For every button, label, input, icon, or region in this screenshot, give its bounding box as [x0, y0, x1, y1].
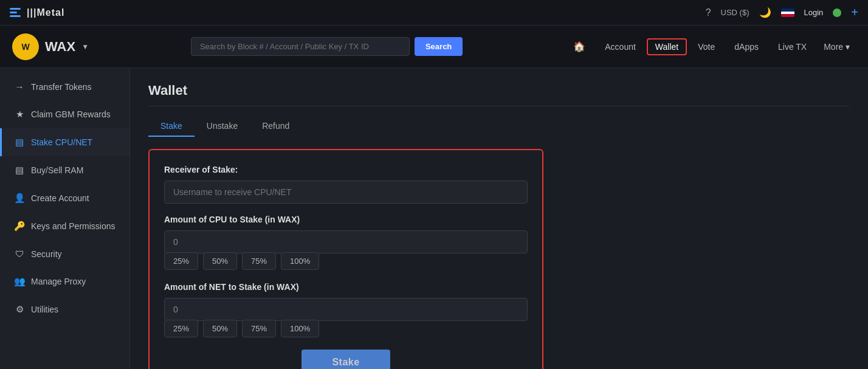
nav-links: 🏠 Account Wallet Vote dApps Live TX More… [565, 37, 856, 56]
cpu-amount-input[interactable]: 0 [164, 230, 528, 253]
sidebar-item-label: Buy/Sell RAM [31, 165, 83, 175]
transfer-icon: → [14, 81, 25, 92]
logo-bar-2 [10, 12, 17, 13]
logo-bars-icon [10, 8, 21, 17]
claim-icon: ★ [14, 109, 25, 120]
sidebar-item-transfer[interactable]: → Transfer Tokens [0, 73, 129, 100]
token-name: WAX [45, 39, 75, 55]
sidebar-item-security[interactable]: 🛡 Security [0, 240, 129, 267]
stake-submit-button[interactable]: Stake [301, 350, 390, 369]
logo-bar-3 [10, 15, 21, 17]
net-25pct-button[interactable]: 25% [164, 320, 198, 337]
currency-selector[interactable]: USD ($) [721, 8, 749, 17]
cpu-75pct-button[interactable]: 75% [242, 252, 276, 270]
ram-icon: ▤ [14, 165, 25, 176]
top-bar: |||Metal ? USD ($) 🌙 Login + [0, 0, 868, 26]
receiver-label: Receiver of Stake: [164, 165, 528, 174]
content-area: Wallet Stake Unstake Refund Receiver of … [130, 68, 868, 369]
sidebar-item-label: Security [31, 249, 62, 259]
tab-unstake[interactable]: Unstake [195, 116, 250, 137]
net-100pct-button[interactable]: 100% [281, 320, 319, 337]
tab-stake[interactable]: Stake [148, 116, 195, 137]
sidebar-item-create-account[interactable]: 👤 Create Account [0, 184, 129, 212]
utilities-icon: ⚙ [14, 304, 25, 315]
sidebar-item-label: Claim GBM Rewards [31, 109, 111, 119]
nav-link-dapps[interactable]: dApps [726, 38, 767, 55]
keys-icon: 🔑 [14, 221, 25, 232]
nav-link-list: 🏠 Account Wallet Vote dApps Live TX More… [565, 37, 856, 56]
cpu-label: Amount of CPU to Stake (in WAX) [164, 215, 528, 224]
nav-link-vote[interactable]: Vote [689, 38, 723, 55]
wax-logo-circle: W [12, 33, 39, 60]
status-indicator [833, 9, 841, 17]
sidebar-item-label: Utilities [31, 305, 58, 314]
sidebar-item-proxy[interactable]: 👥 Manage Proxy [0, 267, 129, 295]
nav-link-wallet[interactable]: Wallet [647, 38, 687, 55]
cpu-50pct-button[interactable]: 50% [203, 252, 237, 270]
net-label: Amount of NET to Stake (in WAX) [164, 282, 528, 292]
nav-link-home[interactable]: 🏠 [565, 37, 594, 56]
sidebar-item-label: Manage Proxy [31, 277, 86, 286]
sidebar-item-stake[interactable]: ▤ Stake CPU/NET [0, 128, 129, 156]
help-icon[interactable]: ? [706, 7, 711, 18]
sidebar-item-utilities[interactable]: ⚙ Utilities [0, 295, 129, 323]
language-flag-icon[interactable] [781, 9, 794, 17]
cpu-100pct-button[interactable]: 100% [281, 252, 319, 270]
app-logo-text: |||Metal [27, 7, 64, 18]
cpu-25pct-button[interactable]: 25% [164, 252, 198, 270]
add-icon[interactable]: + [851, 5, 858, 19]
sidebar-item-label: Stake CPU/NET [31, 137, 92, 147]
top-bar-logo: |||Metal [10, 7, 64, 18]
net-amount-input[interactable]: 0 [164, 298, 528, 321]
sidebar-item-label: Keys and Permissions [31, 221, 115, 231]
cpu-pct-buttons: 25% 50% 75% 100% [164, 252, 528, 270]
page-title: Wallet [148, 83, 850, 106]
token-dropdown-arrow[interactable]: ▼ [81, 43, 89, 51]
sidebar-item-ram[interactable]: ▤ Buy/Sell RAM [0, 156, 129, 184]
tab-bar: Stake Unstake Refund [148, 116, 850, 137]
proxy-icon: 👥 [14, 276, 25, 287]
net-pct-buttons: 25% 50% 75% 100% [164, 320, 528, 337]
search-box: Search [191, 37, 463, 56]
logo-bar-1 [10, 8, 21, 10]
sidebar-item-label: Create Account [31, 193, 89, 203]
search-input[interactable] [191, 37, 410, 56]
nav-link-more[interactable]: More ▾ [818, 38, 856, 55]
sidebar-item-label: Transfer Tokens [31, 82, 92, 92]
net-50pct-button[interactable]: 50% [203, 320, 237, 337]
login-button[interactable]: Login [804, 8, 824, 17]
nav-link-account[interactable]: Account [596, 38, 644, 55]
stake-form-container: Receiver of Stake: Amount of CPU to Stak… [148, 149, 543, 369]
sidebar-item-keys[interactable]: 🔑 Keys and Permissions [0, 212, 129, 240]
nav-bar: W WAX ▼ Search 🏠 Account Wallet Vote dAp… [0, 26, 868, 68]
net-75pct-button[interactable]: 75% [242, 320, 276, 337]
create-account-icon: 👤 [14, 193, 25, 204]
main-layout: → Transfer Tokens ★ Claim GBM Rewards ▤ … [0, 68, 868, 369]
top-bar-right: ? USD ($) 🌙 Login + [706, 5, 858, 19]
receiver-input[interactable] [164, 181, 528, 204]
stake-icon: ▤ [14, 137, 25, 148]
tab-refund[interactable]: Refund [250, 116, 301, 137]
nav-link-livetx[interactable]: Live TX [770, 38, 815, 55]
sidebar-item-claim[interactable]: ★ Claim GBM Rewards [0, 100, 129, 128]
theme-toggle-icon[interactable]: 🌙 [759, 7, 771, 18]
search-button[interactable]: Search [415, 37, 463, 56]
sidebar: → Transfer Tokens ★ Claim GBM Rewards ▤ … [0, 68, 130, 369]
nav-brand: W WAX ▼ [12, 33, 89, 60]
security-icon: 🛡 [14, 249, 25, 259]
